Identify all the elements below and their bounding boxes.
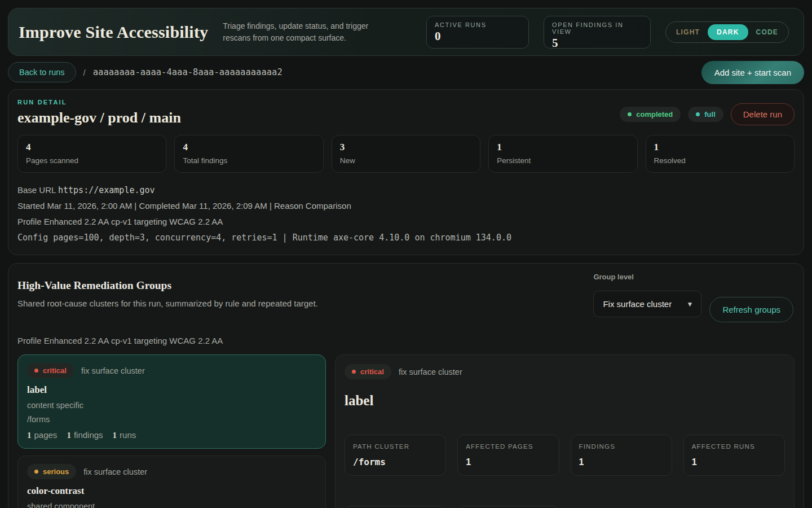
theme-toggle-light[interactable]: LIGHT (669, 24, 707, 40)
cluster-2-kind: fix surface cluster (83, 467, 147, 476)
run-detail-title: example-gov / prod / main (17, 110, 181, 126)
stat-new-value: 3 (340, 142, 472, 153)
group-level-label: Group level (593, 273, 793, 281)
cluster-1-pages: 1pages (27, 430, 57, 440)
cluster-1-runs: 1runs (113, 430, 136, 440)
run-detail-titles: RUN DETAIL example-gov / prod / main (17, 99, 181, 126)
page-title: Improve Site Accessibility (19, 23, 208, 42)
stat-persistent: 1 Persistent (488, 135, 637, 173)
chevron-down-icon: ▼ (687, 300, 694, 308)
timing-line: Started Mar 11, 2026, 2:00 AM | Complete… (17, 198, 795, 214)
detail-stat-affected-runs-value: 1 (692, 456, 776, 468)
delete-run-button[interactable]: Delete run (731, 103, 795, 125)
severity-badge-serious-label: serious (43, 467, 69, 476)
kpi-open-findings-value: 5 (552, 36, 642, 50)
groups-profile-line: Profile Enhanced 2.2 AA cp-v1 targeting … (17, 336, 795, 345)
cluster-1-kind: fix surface cluster (81, 366, 145, 375)
severity-badge-critical-label: critical (43, 366, 67, 375)
remediation-groups-card: High-Value Remediation Groups Shared roo… (8, 263, 804, 508)
cluster-1-findings: 1findings (67, 430, 103, 440)
detail-stat-affected-pages-value: 1 (466, 456, 550, 468)
stat-pages-scanned-label: Pages scanned (26, 156, 158, 165)
detail-stat-affected-pages: AFFECTED PAGES 1 (457, 435, 559, 476)
detail-rule-name: label (345, 393, 785, 409)
detail-stats-row-2: FIX SURFACE SIGNATURE form | label LAST … (345, 506, 785, 508)
kpi-open-findings-label: OPEN FINDINGS IN VIEW (552, 21, 642, 35)
groups-header: High-Value Remediation Groups Shared roo… (17, 273, 795, 322)
cluster-detail-panel: critical fix surface cluster label PATH … (335, 354, 795, 508)
groups-grid: critical fix surface cluster label conte… (17, 354, 795, 508)
groups-controls: Group level Fix surface cluster ▼ Refres… (593, 273, 795, 322)
status-badge-full: full (688, 107, 723, 122)
run-detail-card: RUN DETAIL example-gov / prod / main com… (8, 89, 804, 255)
detail-stat-findings-label: FINDINGS (579, 442, 664, 452)
stat-total-findings-label: Total findings (183, 156, 315, 165)
stat-total-findings-value: 4 (183, 142, 315, 153)
group-level-selected-value: Fix surface cluster (603, 299, 672, 309)
detail-stat-affected-runs-label: AFFECTED RUNS (692, 442, 776, 452)
severity-badge-critical: critical (27, 363, 74, 378)
kpi-active-runs: ACTIVE RUNS 0 (426, 16, 529, 49)
group-level-row: Fix surface cluster ▼ Refresh groups (593, 286, 793, 322)
stat-persistent-label: Persistent (497, 156, 629, 165)
config-line: Config pages=100, depth=3, concurrency=4… (17, 230, 795, 246)
run-detail-header: RUN DETAIL example-gov / prod / main com… (17, 99, 795, 126)
cluster-1-pages-value: 1 (27, 431, 32, 440)
kpi-active-runs-value: 0 (435, 29, 520, 43)
stat-new: 3 New (332, 135, 480, 173)
cluster-2-scope: shared component (27, 502, 316, 508)
theme-toggle-code[interactable]: CODE (749, 24, 785, 40)
stat-persistent-value: 1 (497, 142, 629, 153)
kpi-active-runs-label: ACTIVE RUNS (435, 21, 520, 28)
breadcrumb: Back to runs / aaaaaaaa-aaaa-4aaa-8aaa-a… (8, 61, 804, 84)
detail-stat-last-seen: LAST SEEN Mar 11, 2026, 2:05 AM (457, 506, 559, 508)
refresh-groups-button[interactable]: Refresh groups (709, 297, 793, 322)
add-site-start-scan-button[interactable]: Add site + start scan (701, 61, 804, 84)
stat-pages-scanned: 4 Pages scanned (17, 135, 166, 173)
detail-severity-badge-label: critical (360, 367, 384, 376)
kpi-open-findings: OPEN FINDINGS IN VIEW 5 (544, 16, 651, 49)
detail-stat-affected-runs: AFFECTED RUNS 1 (683, 435, 785, 476)
page-description: Triage findings, update status, and trig… (223, 20, 397, 44)
cluster-1-rule: label (27, 384, 316, 396)
group-level-select[interactable]: Fix surface cluster ▼ (593, 291, 701, 317)
run-detail-eyebrow: RUN DETAIL (17, 99, 181, 106)
detail-stat-fix-signature: FIX SURFACE SIGNATURE form | label (345, 506, 446, 508)
stat-resolved-label: Resolved (654, 156, 786, 165)
breadcrumb-run-id: aaaaaaaa-aaaa-4aaa-8aaa-aaaaaaaaaaa2 (93, 67, 283, 77)
page: Improve Site Accessibility Triage findin… (0, 0, 812, 508)
detail-stat-findings: FINDINGS 1 (571, 435, 672, 476)
cluster-1-runs-value: 1 (113, 431, 117, 440)
base-url-value: https://example.gov (58, 185, 155, 195)
stat-total-findings: 4 Total findings (174, 135, 323, 173)
base-url-line: Base URL https://example.gov (17, 182, 795, 198)
back-to-runs-button[interactable]: Back to runs (8, 62, 76, 82)
detail-stat-path-cluster-value: /forms (353, 456, 438, 468)
cluster-1-findings-value: 1 (67, 431, 71, 440)
stat-new-label: New (340, 156, 472, 165)
run-detail-actions: completed full Delete run (620, 99, 795, 125)
groups-subtitle: Shared root-cause clusters for this run,… (17, 299, 318, 308)
detail-stats-row-1: PATH CLUSTER /forms AFFECTED PAGES 1 FIN… (345, 435, 785, 476)
base-url-label: Base URL (17, 185, 56, 195)
stat-pages-scanned-value: 4 (26, 142, 158, 153)
critical-dot-icon (34, 369, 38, 373)
cluster-card-label[interactable]: critical fix surface cluster label conte… (17, 354, 326, 449)
cluster-2-badge-row: serious fix surface cluster (27, 464, 316, 479)
stat-resolved: 1 Resolved (646, 135, 795, 173)
status-badge-full-label: full (704, 110, 716, 119)
app-header: Improve Site Accessibility Triage findin… (8, 8, 804, 56)
cluster-2-rule: color-contrast (27, 485, 316, 497)
status-badge-completed-label: completed (636, 110, 673, 119)
cluster-1-scope: content specific (27, 401, 316, 410)
cluster-card-color-contrast[interactable]: serious fix surface cluster color-contra… (17, 456, 326, 508)
theme-toggle-dark[interactable]: DARK (708, 24, 748, 40)
detail-stat-path-cluster: PATH CLUSTER /forms (345, 435, 446, 476)
cluster-1-meta: 1pages 1findings 1runs (27, 430, 316, 440)
detail-stat-path-cluster-label: PATH CLUSTER (353, 442, 438, 452)
profile-line: Profile Enhanced 2.2 AA cp-v1 targeting … (17, 214, 795, 230)
stat-resolved-value: 1 (654, 142, 786, 153)
theme-toggle: LIGHT DARK CODE (665, 21, 789, 43)
run-stats-row: 4 Pages scanned 4 Total findings 3 New 1… (17, 135, 795, 173)
cluster-1-badge-row: critical fix surface cluster (27, 363, 316, 378)
